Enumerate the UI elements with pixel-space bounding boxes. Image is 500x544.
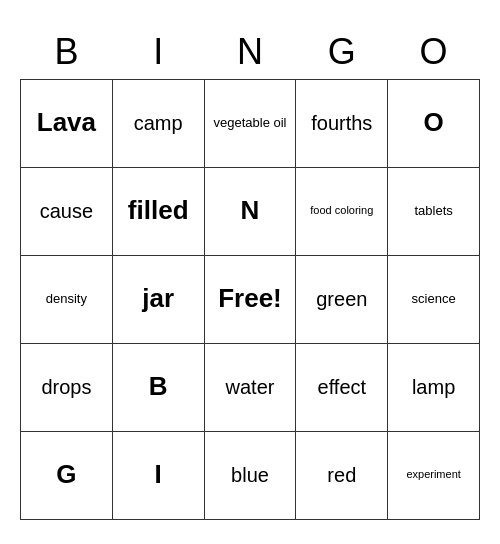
cell-0-1: camp — [112, 79, 204, 167]
header-row: BINGO — [21, 25, 480, 80]
cell-4-3: red — [296, 431, 388, 519]
cell-1-4: tablets — [388, 167, 480, 255]
cell-2-4: science — [388, 255, 480, 343]
cell-3-1: B — [112, 343, 204, 431]
header-letter-g: G — [296, 25, 388, 80]
cell-4-4: experiment — [388, 431, 480, 519]
cell-0-4: O — [388, 79, 480, 167]
cell-1-0: cause — [21, 167, 113, 255]
cell-1-2: N — [204, 167, 296, 255]
header-letter-o: O — [388, 25, 480, 80]
header-letter-b: B — [21, 25, 113, 80]
cell-2-0: density — [21, 255, 113, 343]
cell-4-2: blue — [204, 431, 296, 519]
cell-3-0: drops — [21, 343, 113, 431]
cell-3-4: lamp — [388, 343, 480, 431]
cell-1-3: food coloring — [296, 167, 388, 255]
cell-4-0: G — [21, 431, 113, 519]
cell-4-1: I — [112, 431, 204, 519]
cell-2-3: green — [296, 255, 388, 343]
grid-row-3: dropsBwatereffectlamp — [21, 343, 480, 431]
bingo-grid: Lavacampvegetable oilfourthsOcausefilled… — [21, 79, 480, 519]
cell-2-2: Free! — [204, 255, 296, 343]
header-letter-n: N — [204, 25, 296, 80]
grid-row-4: GIblueredexperiment — [21, 431, 480, 519]
cell-1-1: filled — [112, 167, 204, 255]
cell-0-3: fourths — [296, 79, 388, 167]
bingo-card: BINGO Lavacampvegetable oilfourthsOcause… — [20, 25, 480, 520]
grid-row-1: causefilledNfood coloringtablets — [21, 167, 480, 255]
cell-2-1: jar — [112, 255, 204, 343]
grid-row-0: Lavacampvegetable oilfourthsO — [21, 79, 480, 167]
header-letter-i: I — [112, 25, 204, 80]
cell-0-0: Lava — [21, 79, 113, 167]
cell-3-3: effect — [296, 343, 388, 431]
grid-row-2: densityjarFree!greenscience — [21, 255, 480, 343]
cell-0-2: vegetable oil — [204, 79, 296, 167]
cell-3-2: water — [204, 343, 296, 431]
